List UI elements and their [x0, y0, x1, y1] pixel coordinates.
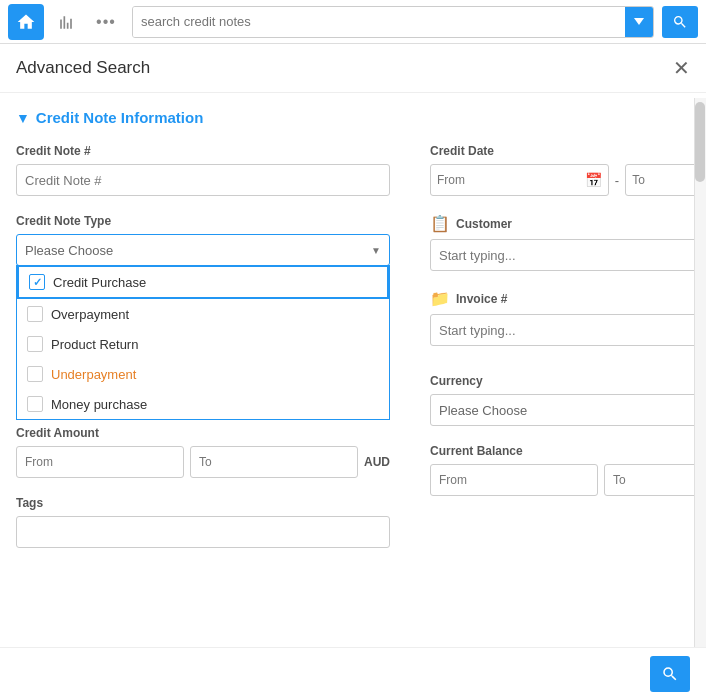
credit-note-type-placeholder: Please Choose [25, 243, 113, 258]
invoice-label: Invoice # [456, 292, 507, 306]
credit-amount-group: Credit Amount AUD [16, 426, 390, 478]
credit-note-type-dropdown-trigger[interactable]: Please Choose ▼ [16, 234, 390, 266]
current-balance-label: Current Balance [430, 444, 706, 458]
credit-date-range: 📅 - 📅 [430, 164, 706, 196]
currency-label: Currency [430, 374, 706, 388]
tags-group: Tags [16, 496, 390, 548]
underpayment-checkbox[interactable] [27, 366, 43, 382]
chart-nav-btn[interactable] [48, 4, 84, 40]
search-input[interactable] [133, 7, 625, 37]
chevron-down-icon: ▼ [371, 245, 381, 256]
credit-note-num-input[interactable] [16, 164, 390, 196]
section-title: Credit Note Information [36, 109, 204, 126]
customer-label: Customer [456, 217, 512, 231]
credit-note-num-group: Credit Note # [16, 144, 390, 196]
currency-placeholder: Please Choose [439, 403, 527, 418]
current-balance-from-input[interactable] [430, 464, 598, 496]
search-submit-btn[interactable] [650, 656, 690, 692]
overpayment-option[interactable]: Overpayment [17, 299, 389, 329]
credit-note-type-dropdown-list: Credit Purchase Overpayment Product Retu… [16, 265, 390, 420]
scrollbar-track[interactable] [694, 98, 706, 699]
product-return-option[interactable]: Product Return [17, 329, 389, 359]
customer-search-field [430, 239, 706, 271]
home-nav-btn[interactable] [8, 4, 44, 40]
scrollbar-thumb[interactable] [695, 102, 705, 182]
tags-label: Tags [16, 496, 390, 510]
form-columns: Credit Note # Credit Note Type Please Ch… [16, 144, 690, 566]
section-header: ▼ Credit Note Information [16, 109, 690, 126]
overpayment-checkbox[interactable] [27, 306, 43, 322]
credit-date-from[interactable]: 📅 [430, 164, 609, 196]
underpayment-label: Underpayment [51, 367, 136, 382]
customer-label-row: 📋 Customer [430, 214, 706, 233]
invoice-num-group: 📁 Invoice # [430, 289, 706, 346]
credit-note-type-select-wrapper: Please Choose ▼ Credit Purchase [16, 234, 390, 266]
credit-date-group: Credit Date 📅 - 📅 [430, 144, 706, 196]
credit-purchase-option[interactable]: Credit Purchase [17, 265, 389, 299]
money-purchase-label: Money purchase [51, 397, 147, 412]
overpayment-label: Overpayment [51, 307, 129, 322]
more-nav-btn[interactable]: ••• [88, 4, 124, 40]
credit-note-num-label: Credit Note # [16, 144, 390, 158]
underpayment-option[interactable]: Underpayment [17, 359, 389, 389]
credit-amount-currency: AUD [364, 455, 390, 469]
section-arrow[interactable]: ▼ [16, 110, 30, 126]
current-balance-group: Current Balance AUD [430, 444, 706, 496]
credit-purchase-label: Credit Purchase [53, 275, 146, 290]
modal-body: ▼ Credit Note Information Credit Note # … [0, 93, 706, 642]
search-container [132, 6, 654, 38]
search-go-btn[interactable] [662, 6, 698, 38]
current-balance-range: AUD [430, 464, 706, 496]
credit-amount-label: Credit Amount [16, 426, 390, 440]
product-return-checkbox[interactable] [27, 336, 43, 352]
credit-amount-from-input[interactable] [16, 446, 184, 478]
top-nav: ••• [0, 0, 706, 44]
credit-purchase-checkbox[interactable] [29, 274, 45, 290]
calendar-from-icon: 📅 [585, 172, 602, 188]
search-dropdown-btn[interactable] [625, 7, 653, 37]
invoice-search-input[interactable] [431, 323, 706, 338]
invoice-search-field [430, 314, 706, 346]
credit-date-from-input[interactable] [437, 173, 580, 187]
money-purchase-checkbox[interactable] [27, 396, 43, 412]
currency-group: Currency Please Choose ▼ [430, 374, 706, 426]
customer-search-input[interactable] [431, 248, 706, 263]
invoice-icon: 📁 [430, 289, 450, 308]
currency-dropdown-trigger[interactable]: Please Choose ▼ [430, 394, 706, 426]
invoice-label-row: 📁 Invoice # [430, 289, 706, 308]
credit-amount-range: AUD [16, 446, 390, 478]
money-purchase-option[interactable]: Money purchase [17, 389, 389, 419]
credit-amount-to-input[interactable] [190, 446, 358, 478]
credit-note-type-label: Credit Note Type [16, 214, 390, 228]
currency-select-wrapper: Please Choose ▼ [430, 394, 706, 426]
current-balance-to-input[interactable] [604, 464, 706, 496]
modal-title: Advanced Search [16, 58, 150, 78]
customer-icon: 📋 [430, 214, 450, 233]
modal-footer [0, 647, 706, 699]
modal-close-btn[interactable]: ✕ [673, 58, 690, 78]
tags-input[interactable] [16, 516, 390, 548]
right-col: Credit Date 📅 - 📅 [430, 144, 706, 566]
product-return-label: Product Return [51, 337, 138, 352]
date-separator: - [613, 173, 621, 188]
customer-group: 📋 Customer [430, 214, 706, 271]
modal-header: Advanced Search ✕ [0, 44, 706, 93]
credit-date-label: Credit Date [430, 144, 706, 158]
left-col: Credit Note # Credit Note Type Please Ch… [16, 144, 390, 566]
modal-panel: Advanced Search ✕ ▼ Credit Note Informat… [0, 44, 706, 699]
credit-note-type-group: Credit Note Type Please Choose ▼ Credit … [16, 214, 390, 266]
